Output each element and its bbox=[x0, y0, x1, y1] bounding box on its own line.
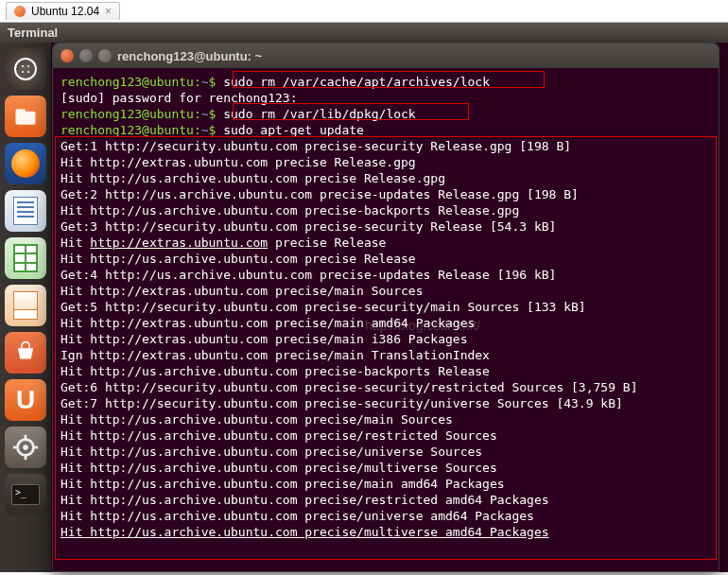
firefox-icon[interactable] bbox=[5, 143, 46, 184]
output-line: Hit http://extras.ubuntu.com precise/mai… bbox=[61, 331, 711, 347]
output-line: Get:5 http://security.ubuntu.com precise… bbox=[61, 299, 711, 315]
output-line: Hit http://extras.ubuntu.com precise Rel… bbox=[61, 154, 711, 170]
top-menubar[interactable]: Terminal bbox=[0, 23, 728, 43]
nautilus-icon[interactable] bbox=[5, 96, 46, 137]
dash-home-icon[interactable] bbox=[5, 48, 46, 90]
window-title: renchong123@ubuntu: ~ bbox=[117, 49, 262, 63]
output-line: Hit http://us.archive.ubuntu.com precise… bbox=[61, 363, 711, 379]
output-line: Hit http://us.archive.ubuntu.com precise… bbox=[61, 427, 711, 444]
svg-point-1 bbox=[27, 65, 29, 67]
prompt-path: ~ bbox=[201, 75, 209, 89]
window-titlebar[interactable]: renchong123@ubuntu: ~ bbox=[53, 44, 719, 68]
desktop: U >_ renchong123@ubuntu: ~ renchong123@u… bbox=[0, 43, 728, 572]
command-1: sudo rm /var/cache/apt/archives/lock bbox=[223, 75, 490, 89]
output-line: Get:6 http://security.ubuntu.com precise… bbox=[61, 379, 711, 395]
output-line: Hit http://us.archive.ubuntu.com precise… bbox=[61, 411, 711, 427]
ubuntu-icon bbox=[14, 6, 26, 17]
svg-point-0 bbox=[22, 65, 24, 67]
svg-point-2 bbox=[22, 71, 24, 73]
window-close-icon[interactable] bbox=[61, 49, 74, 62]
svg-rect-5 bbox=[16, 109, 26, 113]
menubar-app-name: Terminal bbox=[8, 26, 58, 40]
close-icon[interactable]: × bbox=[105, 5, 112, 18]
command-3: sudo apt-get update bbox=[223, 123, 364, 137]
window-minimize-icon[interactable] bbox=[79, 49, 93, 62]
vm-tab-label: Ubuntu 12.04 bbox=[31, 5, 99, 18]
link-extras: http://extras.ubuntu.com bbox=[90, 235, 268, 250]
window-maximize-icon[interactable] bbox=[98, 49, 112, 62]
output-line: Hit http://us.archive.ubuntu.com precise… bbox=[61, 508, 711, 524]
output-line: [sudo] password for renchong123: bbox=[61, 90, 711, 106]
svg-point-7 bbox=[23, 444, 28, 450]
output-line: Get:7 http://security.ubuntu.com precise… bbox=[61, 395, 711, 411]
terminal-body[interactable]: renchong123@ubuntu:~$ sudo rm /var/cache… bbox=[53, 68, 719, 546]
libreoffice-writer-icon[interactable] bbox=[5, 190, 46, 232]
output-line: Get:4 http://us.archive.ubuntu.com preci… bbox=[61, 267, 711, 283]
ubuntu-one-icon[interactable]: U bbox=[5, 379, 46, 421]
output-line: Hit http://us.archive.ubuntu.com precise… bbox=[61, 251, 711, 267]
vm-tab-ubuntu[interactable]: Ubuntu 12.04 × bbox=[6, 2, 120, 20]
terminal-window: renchong123@ubuntu: ~ renchong123@ubuntu… bbox=[52, 43, 719, 572]
system-settings-icon[interactable] bbox=[5, 427, 46, 468]
output-line: Hit http://us.archive.ubuntu.com precise… bbox=[61, 476, 711, 492]
unity-launcher: U >_ bbox=[0, 43, 51, 572]
output-line: Hit http://extras.ubuntu.com precise/mai… bbox=[61, 283, 711, 299]
command-2: sudo rm /var/lib/dpkg/lock bbox=[223, 107, 416, 121]
vm-tab-bar: Ubuntu 12.04 × bbox=[0, 0, 728, 23]
watermark-text: http://blog.csdn.net/ bbox=[365, 318, 480, 333]
output-line: Hit http://us.archive.ubuntu.com precise… bbox=[61, 460, 711, 476]
output-line: Hit http://us.archive.ubuntu.com precise… bbox=[61, 524, 711, 540]
terminal-icon[interactable]: >_ bbox=[5, 474, 46, 515]
libreoffice-impress-icon[interactable] bbox=[5, 285, 46, 326]
output-line: Get:1 http://security.ubuntu.com precise… bbox=[61, 138, 711, 154]
prompt-user-host: renchong123@ubuntu bbox=[61, 75, 194, 89]
output-line: Hit http://us.archive.ubuntu.com precise… bbox=[61, 202, 711, 218]
software-center-icon[interactable] bbox=[5, 332, 46, 374]
libreoffice-calc-icon[interactable] bbox=[5, 237, 46, 279]
output-line: Get:3 http://security.ubuntu.com precise… bbox=[61, 218, 711, 235]
output-line: Hit http://us.archive.ubuntu.com precise… bbox=[61, 170, 711, 186]
svg-point-3 bbox=[27, 71, 29, 73]
output-line: Ign http://extras.ubuntu.com precise/mai… bbox=[61, 347, 711, 363]
output-line: Hit http://us.archive.ubuntu.com precise… bbox=[61, 492, 711, 508]
output-line: Hit http://us.archive.ubuntu.com precise… bbox=[61, 444, 711, 460]
output-line: Hit http://extras.ubuntu.com precise Rel… bbox=[61, 235, 711, 251]
output-line: Get:2 http://us.archive.ubuntu.com preci… bbox=[61, 186, 711, 202]
